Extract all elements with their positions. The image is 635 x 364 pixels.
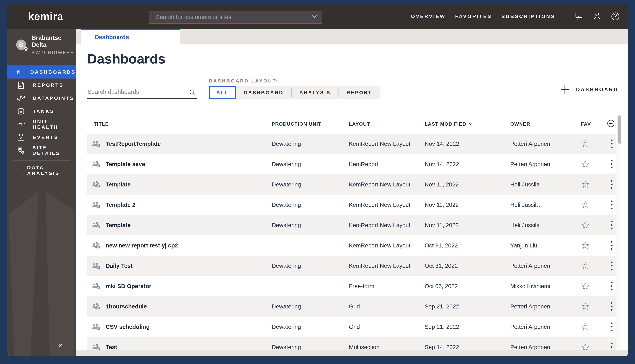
table-row[interactable]: mki SD Operator Free-form Oct 05, 2022 M… [87,276,616,296]
table-row[interactable]: new new report test yj cp2 KemReport New… [87,235,616,256]
sidebar-collapse-button[interactable]: « [55,341,65,350]
sidebar: B Brabantse Delta RWZI NIUWEER DASHB [7,29,76,356]
nav-favorites[interactable]: FAVORITES [455,14,492,19]
table-row[interactable]: Template Dewatering KemReport New Layout… [87,215,616,235]
feedback-icon[interactable] [575,12,583,21]
column-last-modified[interactable]: LAST MODIFIED [425,121,510,127]
row-title: new new report test yj cp2 [106,242,178,249]
sidebar-item-reports[interactable]: REPORTS [7,78,76,92]
filter-report-button[interactable]: REPORT [338,86,380,99]
row-title: Template 2 [106,202,136,208]
filter-analysis-button[interactable]: ANALYSIS [291,86,338,99]
column-layout[interactable]: LAYOUT [349,121,425,127]
filter-dashboard-button[interactable]: DASHBOARD [236,86,291,99]
sidebar-item-unit-health[interactable]: UNIT HEALTH [7,118,76,131]
row-production-unit: Dewatering [272,344,349,350]
row-title: Daily Test [106,262,133,269]
row-layout: KemReport New Layout [349,242,425,249]
add-dashboard-button[interactable]: DASHBOARD [560,85,618,94]
row-menu-icon[interactable] [608,302,615,311]
search-icon [189,89,196,96]
row-title: Test [106,344,117,350]
favorite-star-icon[interactable] [581,140,601,148]
favorite-star-icon[interactable] [581,181,601,188]
page-title: Dashboards [87,51,166,66]
column-owner[interactable]: OWNER [510,121,581,127]
row-menu-icon[interactable] [608,261,615,270]
scrollbar-thumb[interactable] [618,116,621,144]
column-fav[interactable]: FAV [581,121,601,127]
chevron-right-icon [67,168,68,172]
row-title: Template save [106,161,145,168]
shared-lock-icon [92,283,101,290]
column-title[interactable]: TITLE [87,121,272,127]
favorite-star-icon[interactable] [581,222,601,229]
sidebar-item-events[interactable]: EVENTS [7,131,76,144]
nav-overview[interactable]: OVERVIEW [411,14,445,19]
favorite-star-icon[interactable] [581,303,601,310]
row-menu-icon[interactable] [608,180,615,189]
row-owner: Petteri Arponen [510,344,581,350]
favorite-star-icon[interactable] [581,262,601,270]
table-row[interactable]: Template save Dewatering KemReport Nov 1… [87,154,616,174]
global-search-input[interactable] [152,13,312,21]
row-menu-icon[interactable] [608,241,615,250]
row-owner: Petteri Arponen [510,303,581,310]
table-row[interactable]: CSV scheduling Dewatering Grid Sep 21, 2… [87,316,616,337]
table-row[interactable]: Daily Test Dewatering KemReport New Layo… [87,256,616,276]
table-row[interactable]: Template Dewatering KemReport New Layout… [87,174,616,194]
plus-icon [560,85,569,94]
data-analysis-icon [17,166,20,174]
nav-subscriptions[interactable]: SUBSCRIPTIONS [501,14,555,19]
datapoints-icon [17,94,25,102]
sidebar-item-tanks[interactable]: TANKS [7,105,76,118]
site-profile[interactable]: B Brabantse Delta RWZI NIUWEER [16,34,76,55]
row-production-unit: Dewatering [272,324,349,330]
add-column-icon[interactable] [601,120,616,128]
column-last-modified-label: LAST MODIFIED [425,121,466,127]
favorite-star-icon[interactable] [581,242,601,249]
row-owner: Heli Jussila [510,181,581,188]
sidebar-item-label: REPORTS [33,82,64,88]
table-row[interactable]: 1hourschedule Dewatering Grid Sep 21, 20… [87,296,616,316]
row-title: TestReportTemplate [106,140,161,147]
filter-all-button[interactable]: ALL [209,86,236,99]
profile-icon[interactable] [593,12,601,21]
dashboards-search-input[interactable] [87,88,189,98]
topbar: kemira OVERVIEW FAVORITES SUBSCRIPTIONS [7,4,628,29]
favorite-star-icon[interactable] [581,344,601,350]
row-layout: Multisection [349,344,425,350]
help-icon[interactable] [611,12,620,21]
row-menu-icon[interactable] [608,322,615,332]
app-window: kemira OVERVIEW FAVORITES SUBSCRIPTIONS [7,4,628,356]
table-scrollbar[interactable] [617,115,622,349]
sidebar-item-label: SITE DETAILS [33,145,76,156]
row-menu-icon[interactable] [608,282,615,291]
column-production-unit[interactable]: PRODUCTION UNIT [272,121,349,127]
row-layout: KemReport New Layout [349,202,425,208]
table-row[interactable]: Template 2 Dewatering KemReport New Layo… [87,194,616,215]
sidebar-item-site-details[interactable]: SITE DETAILS [7,144,76,157]
favorite-star-icon[interactable] [581,160,601,168]
favorite-star-icon[interactable] [581,323,601,330]
topbar-divider [565,10,565,23]
table-body: TestReportTemplate Dewatering KemReport … [87,134,616,350]
tab-dashboards[interactable]: Dashboards [81,29,180,44]
row-menu-icon[interactable] [608,220,615,230]
dashboards-search[interactable] [87,86,197,99]
table-row[interactable]: Test Dewatering Multisection Sep 14, 202… [87,337,616,350]
table-row[interactable]: TestReportTemplate Dewatering KemReport … [87,134,616,154]
global-search[interactable] [149,11,322,24]
sidebar-item-datapoints[interactable]: DATAPOINTS [7,92,76,105]
sidebar-item-data-analysis[interactable]: DATA ANALYSIS [7,164,76,177]
row-menu-icon[interactable] [608,342,615,350]
row-menu-icon[interactable] [608,160,615,169]
site-name: Brabantse Delta [32,34,76,48]
reports-icon [17,81,25,89]
chevron-down-icon[interactable] [312,15,317,19]
favorite-star-icon[interactable] [581,282,601,290]
favorite-star-icon[interactable] [581,201,601,208]
row-menu-icon[interactable] [608,139,615,148]
sidebar-item-dashboards[interactable]: DASHBOARDS [7,66,76,78]
row-menu-icon[interactable] [608,200,615,210]
